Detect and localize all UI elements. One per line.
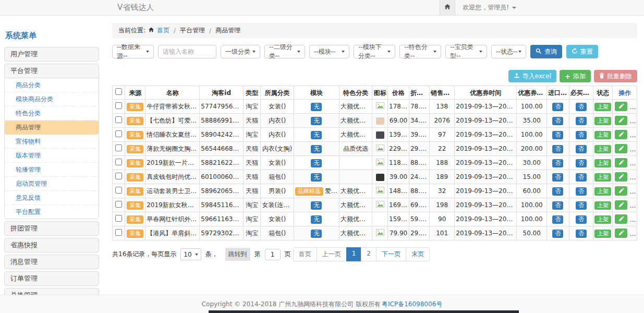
row-checkbox[interactable] — [115, 145, 122, 151]
sidebar-item[interactable]: 版本管理 — [5, 149, 99, 163]
sidebar-item[interactable]: 宣传物料 — [5, 135, 99, 149]
search-button[interactable]: 查询 — [530, 45, 562, 58]
filter-select[interactable]: 一级分类 — [221, 45, 260, 58]
must-buy-toggle-badge[interactable]: 否 — [576, 145, 587, 153]
pager-button[interactable]: 末页 — [406, 247, 430, 261]
import-excel-button[interactable]: 导入excel — [508, 70, 556, 82]
cell-category: 内衣() — [261, 114, 294, 128]
filter-select[interactable]: --模块-- — [309, 45, 349, 58]
status-badge[interactable]: 上架 — [594, 230, 611, 238]
filter-select[interactable]: --状态-- — [491, 45, 526, 58]
edit-button[interactable] — [615, 172, 627, 182]
row-checkbox[interactable] — [115, 229, 122, 236]
icp-link[interactable]: 粤ICP备16098006号 — [382, 300, 442, 309]
must-buy-toggle-badge[interactable]: 否 — [576, 159, 587, 167]
row-checkbox[interactable] — [115, 130, 122, 137]
status-badge[interactable]: 上架 — [594, 215, 611, 224]
row-checkbox[interactable] — [115, 201, 122, 208]
pager-button[interactable]: 1 — [346, 247, 362, 261]
must-buy-toggle-badge[interactable]: 否 — [576, 215, 587, 224]
sidebar-group[interactable]: 拼团管理 — [4, 221, 99, 236]
row-checkbox[interactable] — [115, 159, 122, 165]
must-buy-toggle-badge[interactable]: 否 — [576, 187, 587, 196]
filter-select[interactable]: --模块下分类-- — [354, 45, 395, 58]
sidebar-group[interactable]: 省惠快报 — [4, 238, 99, 252]
sidebar-group[interactable]: 订单管理 — [4, 271, 99, 286]
sidebar-group[interactable]: 消息管理 — [4, 255, 99, 269]
row-checkbox[interactable] — [115, 187, 122, 194]
row-checkbox[interactable] — [115, 215, 122, 222]
must-buy-toggle-badge[interactable]: 否 — [576, 103, 587, 111]
filter-select[interactable]: --宝贝类型-- — [445, 45, 487, 58]
sidebar-group[interactable]: 用户管理 — [4, 47, 99, 62]
filter-select[interactable]: --特色分类-- — [399, 45, 441, 58]
home-button[interactable] — [440, 0, 455, 15]
edit-button[interactable] — [615, 200, 627, 210]
filter-select[interactable]: --二级分类-- — [264, 45, 305, 58]
cell-module: 无 — [294, 142, 339, 156]
page-size-select[interactable]: 10 — [180, 248, 201, 260]
must-buy-toggle-badge[interactable]: 否 — [576, 230, 587, 238]
edit-button[interactable] — [615, 228, 627, 238]
must-buy-toggle-badge[interactable]: 否 — [576, 173, 587, 182]
filter-select[interactable]: --数据来源-- — [112, 45, 154, 58]
sidebar-group[interactable]: 兑换管理 — [4, 288, 99, 295]
sidebar-item-active[interactable]: 商品管理 — [5, 121, 99, 135]
jump-button[interactable]: 跳转到 — [225, 248, 250, 261]
cell-status: 上架 — [593, 142, 613, 156]
edit-button[interactable] — [615, 214, 627, 224]
sidebar-item[interactable]: 平台配置 — [5, 205, 99, 219]
sidebar-item[interactable]: 意见反馈 — [5, 191, 99, 205]
edit-button[interactable] — [615, 116, 627, 125]
row-checkbox[interactable] — [115, 173, 122, 179]
pager-button[interactable]: 上一页 — [317, 247, 347, 261]
imported-toggle-badge[interactable]: 否 — [552, 215, 563, 224]
cell-price: 229.99 — [388, 142, 409, 156]
pager-button[interactable]: 首页 — [293, 247, 317, 261]
add-button[interactable]: + 添加 — [560, 70, 591, 82]
breadcrumb-home-link[interactable]: 首页 — [157, 26, 169, 35]
reset-button[interactable]: 重置 — [566, 45, 598, 58]
status-badge[interactable]: 上架 — [594, 103, 611, 111]
imported-toggle-badge[interactable]: 否 — [552, 131, 563, 139]
imported-toggle-badge[interactable]: 否 — [552, 187, 563, 196]
search-name-input[interactable] — [158, 45, 216, 58]
status-badge[interactable]: 上架 — [594, 159, 611, 167]
status-badge[interactable]: 上架 — [594, 117, 611, 125]
status-badge[interactable]: 上架 — [594, 187, 611, 196]
sidebar-item[interactable]: 轮播管理 — [5, 163, 99, 177]
row-checkbox[interactable] — [115, 116, 122, 123]
must-buy-toggle-badge[interactable]: 否 — [576, 131, 587, 139]
must-buy-toggle-badge[interactable]: 否 — [576, 117, 587, 125]
edit-button[interactable] — [615, 130, 627, 139]
status-badge[interactable]: 上架 — [594, 173, 611, 182]
imported-toggle-badge[interactable]: 否 — [552, 173, 563, 182]
status-badge[interactable]: 上架 — [594, 131, 611, 139]
imported-toggle-badge[interactable]: 否 — [552, 201, 563, 210]
edit-button[interactable] — [615, 186, 627, 196]
status-badge[interactable]: 上架 — [594, 201, 611, 210]
edit-button[interactable] — [615, 102, 627, 111]
sidebar-group[interactable]: 平台管理 — [5, 64, 99, 78]
imported-toggle-badge[interactable]: 否 — [552, 159, 563, 167]
pager-button[interactable]: 下一页 — [376, 247, 406, 261]
sidebar-item[interactable]: 启动页管理 — [5, 177, 99, 191]
pager-button[interactable]: 2 — [361, 247, 376, 261]
jump-page-input[interactable] — [265, 249, 281, 260]
must-buy-toggle-badge[interactable]: 否 — [576, 201, 587, 210]
add-label: 添加 — [573, 72, 586, 81]
edit-button[interactable] — [615, 144, 627, 153]
edit-button[interactable] — [615, 158, 627, 167]
imported-toggle-badge[interactable]: 否 — [552, 103, 563, 111]
status-badge[interactable]: 上架 — [594, 145, 611, 153]
sidebar-item[interactable]: 特色分类 — [5, 106, 99, 121]
sidebar-item[interactable]: 商品分类 — [5, 78, 99, 92]
imported-toggle-badge[interactable]: 否 — [552, 230, 563, 238]
row-checkbox[interactable] — [115, 102, 122, 109]
sidebar-item[interactable]: 模块商品分类 — [5, 92, 99, 106]
imported-toggle-badge[interactable]: 否 — [552, 145, 563, 153]
user-menu[interactable]: 欢迎您，管理员! — [463, 3, 516, 12]
select-all-checkbox[interactable] — [115, 88, 122, 95]
imported-toggle-badge[interactable]: 否 — [552, 117, 563, 125]
batch-delete-button[interactable]: 批量删除 — [594, 70, 637, 82]
